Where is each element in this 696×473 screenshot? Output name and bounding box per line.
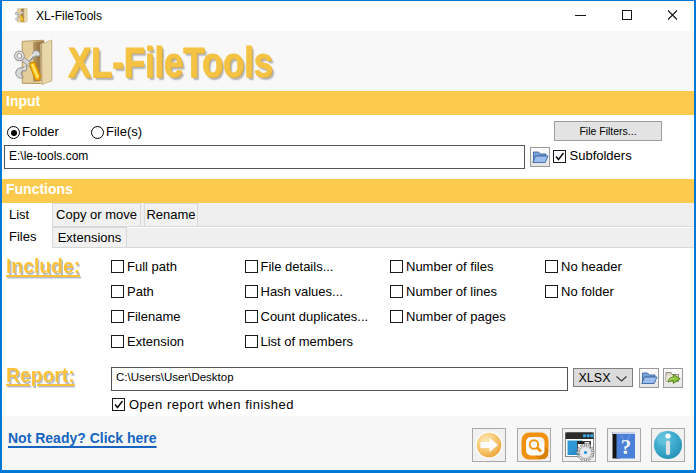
svg-text:?: ? [621,435,632,459]
